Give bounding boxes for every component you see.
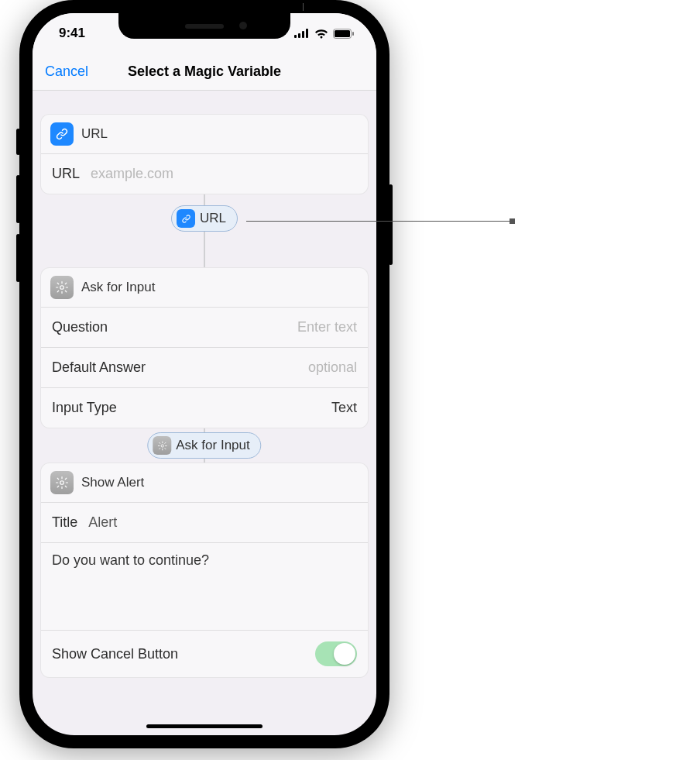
volume-down-button	[16, 234, 20, 282]
svg-rect-6	[352, 32, 354, 36]
field-label: Question	[52, 319, 108, 335]
field-label: Show Cancel Button	[52, 646, 178, 662]
link-icon	[177, 209, 195, 228]
page-title: Select a Magic Variable	[128, 64, 281, 80]
field-label: Title	[52, 514, 77, 531]
pill-label: URL	[200, 211, 226, 226]
show-cancel-toggle[interactable]	[315, 641, 357, 666]
question-row[interactable]: Question Enter text	[41, 307, 368, 347]
alert-message-row[interactable]: Do you want to continue?	[41, 542, 368, 630]
field-label: URL	[52, 166, 80, 182]
callout-end	[510, 218, 515, 224]
callout-line	[246, 221, 510, 222]
battery-icon	[333, 29, 355, 39]
notch	[118, 13, 290, 39]
svg-point-7	[60, 286, 64, 290]
show-cancel-row: Show Cancel Button	[41, 630, 368, 677]
question-input[interactable]: Enter text	[297, 319, 357, 335]
alert-message[interactable]: Do you want to continue?	[52, 552, 357, 630]
iphone-frame: 9:41 Cancel Select a Magic Variable	[19, 0, 389, 748]
card-title: Ask for Input	[81, 280, 155, 295]
side-button	[389, 184, 393, 265]
card-title: URL	[81, 126, 108, 142]
card-title: Show Alert	[81, 475, 144, 490]
field-label: Input Type	[52, 400, 117, 416]
mute-switch	[16, 129, 20, 155]
alert-title-value[interactable]: Alert	[88, 514, 117, 531]
status-icons	[294, 29, 355, 39]
default-answer-row[interactable]: Default Answer optional	[41, 347, 368, 387]
action-card-ask: Ask for Input Question Enter text Defaul…	[40, 267, 369, 428]
volume-up-button	[16, 175, 20, 223]
cancel-button[interactable]: Cancel	[45, 64, 88, 80]
home-indicator[interactable]	[146, 724, 262, 728]
magic-variable-url[interactable]: URL	[171, 205, 238, 232]
svg-point-8	[161, 444, 163, 446]
gear-icon	[153, 436, 171, 455]
nav-bar: Cancel Select a Magic Variable	[33, 53, 376, 91]
gear-icon	[50, 471, 74, 494]
field-label: Default Answer	[52, 359, 146, 376]
default-answer-input[interactable]: optional	[308, 359, 357, 376]
input-type-row[interactable]: Input Type Text	[41, 387, 368, 428]
connector: URL	[40, 194, 369, 242]
magic-variable-ask[interactable]: Ask for Input	[147, 432, 261, 459]
svg-rect-0	[294, 35, 297, 38]
svg-rect-5	[335, 30, 350, 37]
screen: 9:41 Cancel Select a Magic Variable	[33, 13, 376, 735]
svg-point-9	[60, 481, 64, 485]
action-card-alert: Show Alert Title Alert Do you want to co…	[40, 463, 369, 678]
svg-rect-3	[306, 29, 308, 38]
link-icon	[50, 122, 74, 146]
alert-title-row[interactable]: Title Alert	[41, 502, 368, 542]
status-time: 9:41	[59, 26, 85, 41]
svg-rect-2	[302, 31, 304, 38]
pill-label: Ask for Input	[176, 438, 249, 453]
action-card-url: URL URL example.com	[40, 114, 369, 194]
connector: Ask for Input	[40, 428, 369, 463]
url-field-row[interactable]: URL example.com	[41, 153, 368, 194]
cellular-icon	[294, 29, 310, 38]
input-type-value: Text	[331, 400, 357, 416]
content: URL URL example.com URL	[33, 91, 376, 735]
figure-tick	[303, 3, 304, 11]
wifi-icon	[314, 29, 328, 39]
svg-rect-1	[298, 33, 300, 38]
gear-icon	[50, 276, 74, 299]
url-input[interactable]: example.com	[91, 166, 357, 182]
